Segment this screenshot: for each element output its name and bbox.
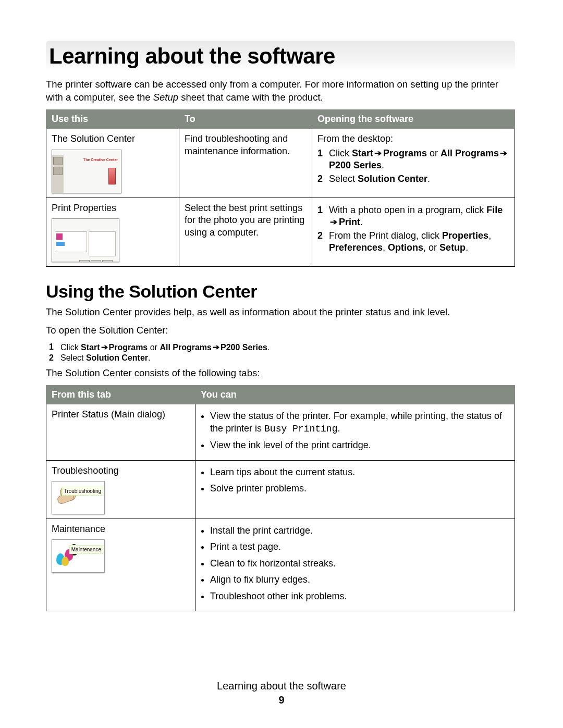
- open-steps: 1 With a photo open in a program, click …: [317, 204, 509, 254]
- mono-text: Busy Printing: [264, 424, 337, 434]
- list-item: Learn tips about the current status.: [210, 466, 509, 478]
- step-number: 2: [49, 353, 60, 363]
- arrow-icon: ➔: [212, 343, 220, 351]
- list-item: 1 Click Start ➔ Programs or All Programs…: [49, 342, 515, 352]
- list-item: 1 With a photo open in a program, click …: [317, 204, 509, 229]
- col-you-can: You can: [195, 386, 515, 404]
- t: .: [337, 423, 340, 434]
- open-intro: From the desktop:: [317, 133, 393, 144]
- t: .: [267, 343, 270, 352]
- cell-tab-name: Printer Status (Main dialog): [46, 404, 195, 460]
- t: , or: [423, 242, 439, 253]
- cell-use-solution-center: The Solution Center The Creative Center: [46, 129, 179, 198]
- kw-solution-center: Solution Center: [358, 174, 427, 184]
- col-opening: Opening the software: [312, 109, 515, 128]
- kw-all-programs: All Programs: [440, 148, 499, 158]
- intro-text-2: sheet that came with the product.: [178, 92, 323, 103]
- open-steps: 1 Click Start➔Programs or All Programs ➔…: [317, 147, 509, 185]
- manual-page: Learning about the software The printer …: [0, 0, 563, 728]
- t: Click: [329, 148, 352, 158]
- col-use-this: Use this: [46, 109, 179, 128]
- list-item: 2 From the Print dialog, click Propertie…: [317, 230, 509, 254]
- list-item: Clean to fix horizontal streaks.: [210, 558, 509, 570]
- t: View the status of the printer. For exam…: [210, 411, 502, 433]
- list-item: Install the print cartridge.: [210, 525, 509, 537]
- kw-setup: Setup: [439, 242, 466, 253]
- list-item: Align to fix blurry edges.: [210, 574, 509, 586]
- t: .: [360, 217, 363, 227]
- table-header-row: Use this To Opening the software: [46, 109, 515, 128]
- list-item: 1 Click Start➔Programs or All Programs ➔…: [317, 147, 509, 172]
- bullet-list: Learn tips about the current status. Sol…: [210, 466, 509, 495]
- t: Select: [60, 353, 86, 362]
- chapter-title: Learning about the software: [49, 44, 512, 69]
- sc-open-lead: To open the Solution Center:: [46, 324, 515, 337]
- tab-label: Maintenance: [52, 524, 105, 534]
- cell-use-print-properties: Print Properties: [46, 198, 179, 266]
- kw-p200: P200 Series: [221, 343, 267, 352]
- list-item: 2 Select Solution Center.: [317, 173, 509, 185]
- t: With a photo open in a program, click: [329, 205, 486, 215]
- cell-you-can: Learn tips about the current status. Sol…: [195, 460, 515, 519]
- col-from-this-tab: From this tab: [46, 386, 195, 404]
- step-number: 2: [317, 173, 329, 185]
- kw-options: Options: [388, 242, 423, 253]
- sc-consists: The Solution Center consists of the foll…: [46, 367, 515, 380]
- cell-opening: 1 With a photo open in a program, click …: [312, 198, 515, 266]
- t: or: [148, 343, 160, 352]
- sc-open-steps: 1 Click Start ➔ Programs or All Programs…: [49, 342, 515, 363]
- table-row: Printer Status (Main dialog) View the st…: [46, 404, 515, 460]
- list-item: View the status of the printer. For exam…: [210, 410, 509, 435]
- list-item: Print a test page.: [210, 541, 509, 553]
- table-row: Maintenance Maintenance Install the prin…: [46, 519, 515, 611]
- list-item: View the ink level of the print cartridg…: [210, 439, 509, 451]
- t: Click: [60, 343, 81, 352]
- row-use-label: The Solution Center: [52, 133, 135, 144]
- kw-all-programs: All Programs: [160, 343, 212, 352]
- cell-tab-name: Troubleshooting Troubleshooting: [46, 460, 195, 519]
- troubleshooting-icon: Troubleshooting: [52, 481, 105, 514]
- list-item: 2 Select Solution Center.: [49, 353, 515, 363]
- cell-tab-name: Maintenance Maintenance: [46, 519, 195, 611]
- page-footer: Learning about the software 9: [0, 680, 563, 706]
- kw-programs: Programs: [109, 343, 148, 352]
- tabs-table: From this tab You can Printer Status (Ma…: [46, 385, 515, 611]
- chapter-title-band: Learning about the software: [46, 41, 515, 71]
- list-item: Solve printer problems.: [210, 483, 509, 495]
- section-title-using-sc: Using the Solution Center: [46, 281, 515, 302]
- cell-to: Select the best print settings for the p…: [179, 198, 312, 266]
- kw-start: Start: [81, 343, 100, 352]
- solution-center-thumbnail: The Creative Center: [52, 150, 121, 193]
- t: .: [148, 353, 150, 362]
- tab-label: Troubleshooting: [52, 465, 118, 476]
- t: or: [427, 148, 440, 158]
- t: ,: [383, 242, 388, 253]
- kw-p200: P200 Series: [329, 160, 382, 170]
- intro-paragraph: The printer software can be accessed onl…: [46, 78, 515, 104]
- icon-caption: Maintenance: [69, 545, 103, 554]
- kw-properties: Properties: [442, 230, 488, 241]
- row-use-label: Print Properties: [52, 203, 116, 213]
- cell-you-can: Install the print cartridge. Print a tes…: [195, 519, 515, 611]
- bullet-list: View the status of the printer. For exam…: [210, 410, 509, 451]
- step-number: 1: [49, 342, 60, 352]
- footer-chapter-title: Learning about the software: [0, 680, 563, 692]
- print-properties-thumbnail: [52, 218, 119, 262]
- step-number: 1: [317, 204, 329, 229]
- maintenance-icon: Maintenance: [52, 539, 105, 573]
- icon-caption: Troubleshooting: [62, 487, 103, 496]
- t: From the Print dialog, click: [329, 230, 442, 241]
- cell-opening: From the desktop: 1 Click Start➔Programs…: [312, 129, 515, 198]
- table-row: The Solution Center The Creative Center …: [46, 129, 515, 198]
- kw-print: Print: [339, 217, 360, 227]
- t: .: [466, 242, 468, 253]
- kw-start: Start: [352, 148, 373, 158]
- t: Select: [329, 174, 358, 184]
- t: .: [427, 174, 430, 184]
- col-to: To: [179, 109, 312, 128]
- step-number: 2: [317, 230, 329, 254]
- t: ,: [488, 230, 491, 241]
- kw-programs: Programs: [383, 148, 427, 158]
- arrow-icon: ➔: [329, 217, 338, 228]
- list-item: Troubleshoot other ink problems.: [210, 590, 509, 602]
